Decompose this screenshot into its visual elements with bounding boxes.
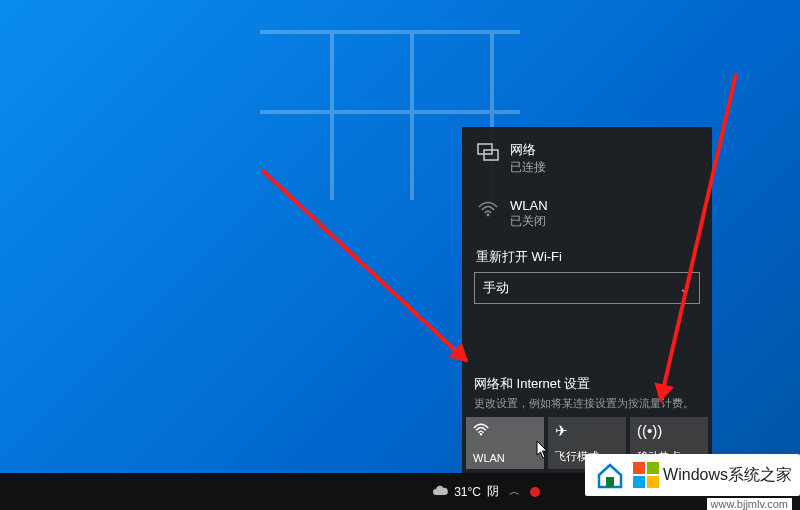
wlan-tile-label: WLAN [473,452,505,464]
watermark-url: www.bjjmlv.com [707,498,792,510]
watermark: Windows系统之家 www.bjjmlv.com [585,454,800,496]
wlan-title: WLAN [510,198,548,213]
desktop: 网络 已连接 WLAN 已关闭 重新打开 Wi-Fi 手动 ⌄ 网络和 Inte… [0,0,800,510]
wifi-icon [474,198,502,220]
reopen-wifi-label: 重新打开 Wi-Fi [462,236,712,272]
mouse-cursor-icon [536,440,550,460]
network-status-row[interactable]: 网络 已连接 [462,135,712,182]
weather-cloud-icon [432,484,448,500]
weather-widget[interactable]: 31°C 阴 [432,483,499,500]
network-status: 已连接 [510,159,546,176]
network-title: 网络 [510,141,546,159]
svg-rect-0 [478,144,492,154]
weather-temp: 31°C [454,485,481,499]
weather-condition: 阴 [487,483,499,500]
dropdown-value: 手动 [483,279,509,297]
wlan-status: 已关闭 [510,213,548,230]
windows-logo-icon [633,462,659,488]
wlan-tile[interactable]: WLAN [466,417,544,469]
airplane-icon: ✈ [555,422,568,440]
reopen-wifi-dropdown[interactable]: 手动 ⌄ [474,272,700,304]
svg-rect-1 [484,150,498,160]
watermark-text: Windows系统之家 [663,465,792,486]
recording-indicator-icon [530,487,540,497]
svg-rect-4 [606,477,614,487]
ethernet-icon [474,141,502,163]
hotspot-icon: ((•)) [637,422,662,439]
wlan-status-row[interactable]: WLAN 已关闭 [462,192,712,236]
wifi-icon [473,422,489,439]
network-flyout: 网络 已连接 WLAN 已关闭 重新打开 Wi-Fi 手动 ⌄ 网络和 Inte… [462,127,712,473]
svg-point-3 [480,433,482,435]
svg-point-2 [487,214,490,217]
tray-overflow-icon[interactable]: ︿ [509,484,520,499]
house-badge-icon [593,458,627,492]
